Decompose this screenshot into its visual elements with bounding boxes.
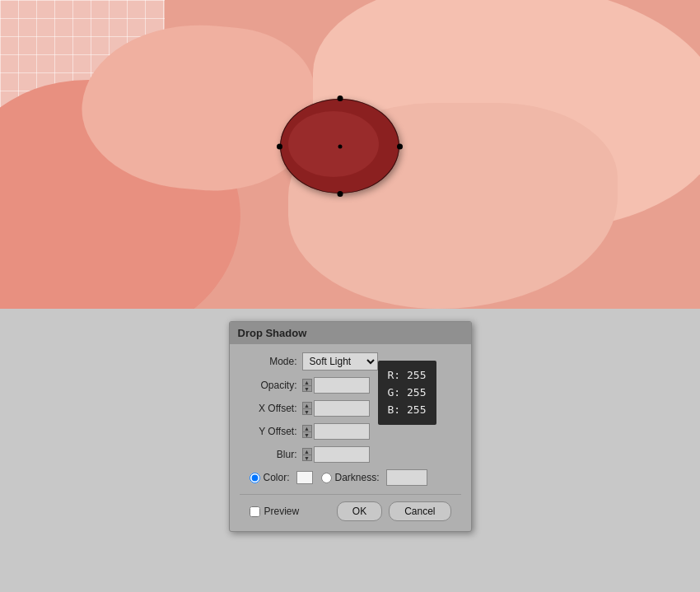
opacity-field[interactable]: 70% <box>314 377 370 394</box>
blur-row: Blur: ▲ ▼ 0 pt <box>240 446 461 463</box>
dialog-title: Drop Shadow <box>238 327 307 339</box>
y-offset-spinner[interactable]: ▲ ▼ <box>302 425 312 438</box>
color-label: Color: <box>264 472 290 483</box>
blur-down-arrow[interactable]: ▼ <box>302 454 312 461</box>
ellipse-shape[interactable] <box>280 99 399 193</box>
opacity-label: Opacity: <box>240 380 297 391</box>
rgb-b-value: B: 255 <box>388 402 427 419</box>
rgb-color-swatch[interactable]: R: 255 G: 255 B: 255 <box>378 361 436 425</box>
rgb-g-value: G: 255 <box>388 385 427 402</box>
x-offset-label: X Offset: <box>240 403 297 414</box>
opacity-spinner[interactable]: ▲ ▼ <box>302 379 312 392</box>
dialog-titlebar: Drop Shadow <box>230 322 471 344</box>
darkness-radio[interactable] <box>321 473 332 483</box>
preview-label: Preview <box>264 506 300 517</box>
darkness-radio-label[interactable]: Darkness: <box>321 472 380 483</box>
ok-button[interactable]: OK <box>337 501 382 521</box>
y-offset-input-group: ▲ ▼ 1 pt <box>302 423 370 440</box>
opacity-up-arrow[interactable]: ▲ <box>302 379 312 385</box>
y-offset-field[interactable]: 1 pt <box>314 423 370 440</box>
handle-top[interactable] <box>337 96 343 101</box>
ellipse-container[interactable] <box>280 99 399 193</box>
opacity-down-arrow[interactable]: ▼ <box>302 385 312 392</box>
canvas-area <box>0 0 700 309</box>
divider <box>240 494 461 495</box>
blur-up-arrow[interactable]: ▲ <box>302 448 312 454</box>
blur-spinner[interactable]: ▲ ▼ <box>302 448 312 461</box>
y-offset-row: Y Offset: ▲ ▼ 1 pt <box>240 423 461 440</box>
drop-shadow-dialog: Drop Shadow R: 255 G: 255 B: 255 Mode: S… <box>229 321 472 532</box>
x-offset-field[interactable]: 1 pt <box>314 400 370 417</box>
darkness-label: Darkness: <box>335 472 380 483</box>
color-radio-label[interactable]: Color: <box>250 472 290 483</box>
handle-bottom[interactable] <box>337 191 343 197</box>
preview-checkbox-label[interactable]: Preview <box>250 506 300 517</box>
handle-center[interactable] <box>338 144 342 148</box>
x-offset-down-arrow[interactable]: ▼ <box>302 408 312 415</box>
dialog-footer: Preview OK Cancel <box>240 501 461 521</box>
y-offset-up-arrow[interactable]: ▲ <box>302 425 312 431</box>
color-radio[interactable] <box>250 473 260 483</box>
mode-select[interactable]: Soft Light Normal Multiply Screen Overla… <box>302 352 378 371</box>
blur-field[interactable]: 0 pt <box>314 446 370 463</box>
blur-label: Blur: <box>240 449 297 460</box>
color-preview-box[interactable] <box>296 471 313 484</box>
y-offset-down-arrow[interactable]: ▼ <box>302 431 312 438</box>
dialog-backdrop: Drop Shadow R: 255 G: 255 B: 255 Mode: S… <box>0 309 700 592</box>
handle-left[interactable] <box>277 143 282 149</box>
preview-checkbox[interactable] <box>250 506 260 517</box>
dialog-body: R: 255 G: 255 B: 255 Mode: Soft Light No… <box>230 352 471 521</box>
x-offset-spinner[interactable]: ▲ ▼ <box>302 402 312 415</box>
mode-label: Mode: <box>240 356 297 367</box>
darkness-field[interactable]: 100% <box>386 469 427 486</box>
x-offset-up-arrow[interactable]: ▲ <box>302 402 312 408</box>
rgb-r-value: R: 255 <box>388 367 427 385</box>
x-offset-input-group: ▲ ▼ 1 pt <box>302 400 370 417</box>
opacity-input-group: ▲ ▼ 70% <box>302 377 370 394</box>
y-offset-label: Y Offset: <box>240 426 297 437</box>
handle-right[interactable] <box>397 143 403 149</box>
blur-input-group: ▲ ▼ 0 pt <box>302 446 370 463</box>
color-darkness-row: Color: Darkness: 100% <box>240 469 461 486</box>
cancel-button[interactable]: Cancel <box>389 501 450 521</box>
fields-wrapper: R: 255 G: 255 B: 255 Mode: Soft Light No… <box>240 352 461 463</box>
